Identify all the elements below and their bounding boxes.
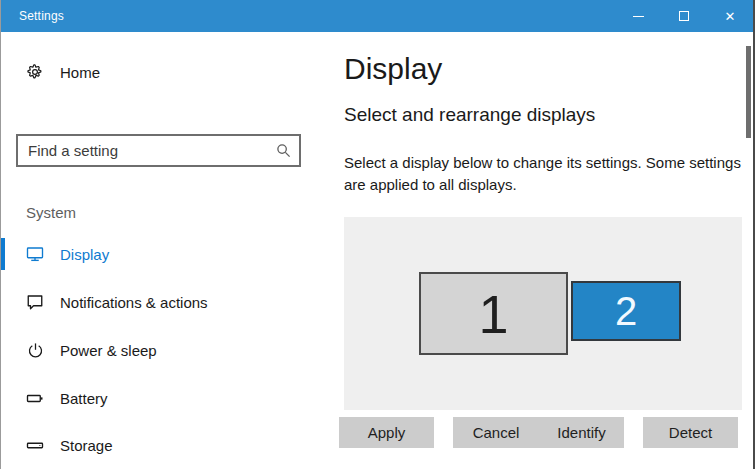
sidebar-item-battery[interactable]: Battery bbox=[1, 382, 331, 414]
maximize-icon bbox=[679, 11, 689, 21]
sidebar-section-system: System bbox=[26, 204, 76, 224]
page-title: Display bbox=[344, 52, 442, 86]
monitor-2-selected[interactable]: 2 bbox=[571, 281, 681, 341]
sidebar-item-display[interactable]: Display bbox=[1, 238, 331, 270]
window-controls: ✕ bbox=[615, 0, 753, 32]
close-button[interactable]: ✕ bbox=[707, 0, 753, 32]
detect-button[interactable]: Detect bbox=[643, 417, 738, 448]
minimize-icon bbox=[633, 16, 644, 17]
power-icon bbox=[26, 341, 44, 359]
selected-accent-bar bbox=[1, 238, 5, 270]
maximize-button[interactable] bbox=[661, 0, 707, 32]
sidebar-item-label: Notifications & actions bbox=[60, 294, 208, 311]
sidebar-item-power-sleep[interactable]: Power & sleep bbox=[1, 334, 331, 366]
apply-button[interactable]: Apply bbox=[339, 417, 434, 448]
main-content: Display Select and rearrange displays Se… bbox=[344, 32, 744, 469]
sidebar-item-storage[interactable]: Storage bbox=[1, 429, 331, 461]
section-heading: Select and rearrange displays bbox=[344, 104, 595, 126]
minimize-button[interactable] bbox=[615, 0, 661, 32]
sidebar-item-label: Power & sleep bbox=[60, 342, 157, 359]
gear-icon bbox=[26, 63, 44, 81]
close-icon: ✕ bbox=[725, 10, 736, 23]
identify-button[interactable]: Identify bbox=[539, 417, 624, 448]
search-icon[interactable] bbox=[267, 143, 299, 158]
display-icon bbox=[26, 245, 44, 263]
sidebar-item-label: Battery bbox=[60, 390, 108, 407]
battery-icon bbox=[26, 389, 44, 407]
sidebar-item-notifications[interactable]: Notifications & actions bbox=[1, 286, 331, 318]
sidebar-item-home[interactable]: Home bbox=[1, 56, 331, 88]
monitor-1[interactable]: 1 bbox=[419, 272, 568, 355]
search-input[interactable] bbox=[18, 136, 267, 165]
sidebar-item-label: Home bbox=[60, 64, 100, 81]
window-title: Settings bbox=[19, 9, 64, 23]
titlebar: Settings ✕ bbox=[1, 0, 753, 32]
search-box bbox=[16, 134, 301, 167]
notifications-icon bbox=[26, 293, 44, 311]
sidebar-item-label: Display bbox=[60, 246, 109, 263]
sidebar: Home System Display Notification bbox=[1, 32, 331, 469]
display-arrangement-panel: 1 2 bbox=[344, 217, 742, 410]
storage-icon bbox=[26, 436, 44, 454]
button-row: Apply Cancel Identify Detect bbox=[339, 417, 742, 448]
section-description: Select a display below to change its set… bbox=[344, 152, 742, 196]
scrollbar-thumb[interactable] bbox=[746, 46, 751, 138]
cancel-button[interactable]: Cancel bbox=[453, 417, 539, 448]
sidebar-item-label: Storage bbox=[60, 437, 113, 454]
